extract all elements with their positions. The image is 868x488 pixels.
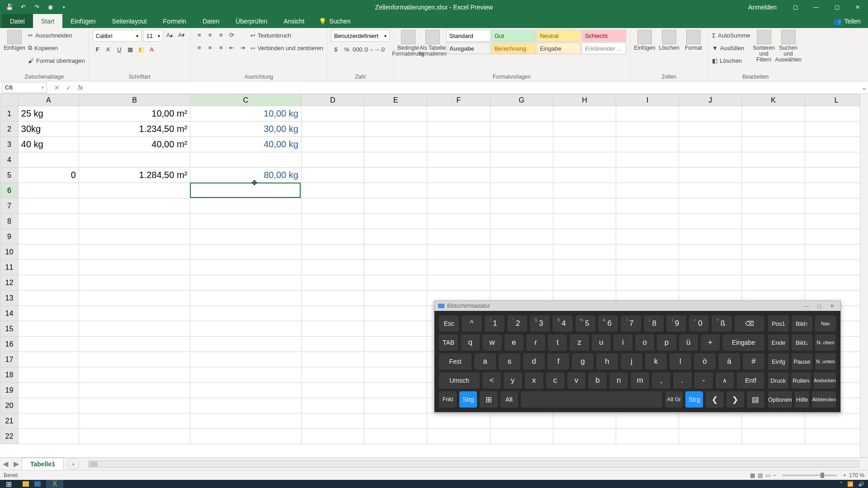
row-header-5[interactable]: 5 — [0, 168, 19, 183]
cell-C8[interactable] — [190, 214, 302, 229]
cell-E3[interactable] — [364, 137, 427, 152]
tab-pagelayout[interactable]: Seitenlayout — [104, 14, 155, 28]
tab-review[interactable]: Überprüfen — [227, 14, 275, 28]
shrink-font-button[interactable]: A▾ — [177, 30, 187, 40]
osk-key-Eingabe[interactable]: Eingabe — [722, 334, 764, 351]
expand-formula-icon[interactable]: ⌄ — [860, 83, 868, 92]
cell-B18[interactable] — [79, 367, 190, 383]
cell-F3[interactable] — [427, 137, 490, 152]
osk-key-u[interactable]: u — [592, 334, 611, 351]
cell-D18[interactable] — [301, 367, 364, 383]
row-header-16[interactable]: 16 — [0, 337, 19, 352]
cell-C15[interactable] — [190, 321, 302, 337]
fx-icon[interactable]: fx — [75, 82, 86, 93]
osk-key-ß[interactable]: ?ß — [712, 315, 731, 332]
cell-A1[interactable]: 25 kg — [18, 106, 79, 122]
cell-D10[interactable] — [301, 244, 364, 260]
undo-icon[interactable]: ↶ — [19, 3, 27, 11]
cell-E22[interactable] — [364, 429, 427, 444]
osk-key-2[interactable]: "2 — [507, 315, 527, 332]
zoom-out-button[interactable]: − — [773, 472, 776, 479]
cell-C19[interactable] — [190, 383, 302, 398]
cell-J10[interactable] — [679, 244, 742, 260]
tab-home[interactable]: Start — [33, 14, 63, 28]
osk-key-x[interactable]: x — [525, 372, 543, 389]
osk-key-d[interactable]: d — [523, 353, 545, 370]
osk-sidekey-Bild↑[interactable]: Bild↑ — [792, 315, 812, 332]
cell-G4[interactable] — [490, 152, 553, 168]
cell-D11[interactable] — [301, 260, 364, 275]
cell-A17[interactable] — [18, 352, 79, 367]
cell-I7[interactable] — [616, 198, 679, 214]
dec-decimal-button[interactable]: →.0 — [374, 44, 384, 54]
osk-key-Entf[interactable]: Entf — [737, 372, 764, 389]
conditional-format-button[interactable]: Bedingte Formatierung — [397, 30, 419, 57]
cell-B11[interactable] — [79, 260, 190, 275]
view-normal-icon[interactable]: ▦ — [750, 472, 755, 479]
autosum-button[interactable]: ΣAutoSumme — [712, 30, 750, 41]
tab-formulas[interactable]: Formeln — [155, 14, 194, 28]
osk-sidekey-Druck[interactable]: Druck — [768, 372, 788, 389]
row-header-11[interactable]: 11 — [0, 260, 19, 275]
cell-J5[interactable] — [679, 168, 742, 183]
osk-key-Esc[interactable]: Esc — [439, 315, 459, 332]
osk-key-e[interactable]: e — [505, 334, 524, 351]
cell-C1[interactable]: 10,00 kg — [190, 106, 302, 122]
cell-K22[interactable] — [742, 429, 805, 444]
cell-E2[interactable] — [364, 122, 427, 137]
cell-K8[interactable] — [742, 214, 805, 229]
cell-E8[interactable] — [364, 214, 427, 229]
osk-key-❯[interactable]: ❯ — [726, 391, 744, 408]
col-header-E[interactable]: E — [364, 94, 427, 106]
cell-H3[interactable] — [553, 137, 616, 152]
cell-D16[interactable] — [301, 337, 364, 352]
row-header-6[interactable]: 6 — [0, 183, 19, 198]
format-as-table-button[interactable]: Als Tabelle formatieren — [422, 30, 443, 57]
cell-A12[interactable] — [18, 275, 79, 291]
cell-C12[interactable] — [190, 275, 302, 291]
osk-key-❮[interactable]: ❮ — [706, 391, 723, 408]
osk-sidekey-Einfg[interactable]: Einfg — [768, 353, 789, 370]
italic-button[interactable]: K — [104, 44, 113, 54]
cell-F4[interactable] — [427, 152, 490, 168]
col-header-I[interactable]: I — [616, 94, 679, 106]
cell-F8[interactable] — [427, 214, 490, 229]
cell-H12[interactable] — [553, 275, 616, 291]
cell-I6[interactable] — [616, 183, 679, 198]
cell-C7[interactable] — [190, 198, 302, 214]
cell-H4[interactable] — [553, 152, 616, 168]
horizontal-scrollbar[interactable] — [88, 460, 859, 468]
underline-button[interactable]: U — [114, 44, 124, 54]
cell-A13[interactable] — [18, 291, 79, 306]
merge-center-button[interactable]: ⇿Verbinden und zentrieren — [250, 42, 323, 53]
cell-H11[interactable] — [553, 260, 616, 275]
cell-D12[interactable] — [301, 275, 364, 291]
cell-L3[interactable] — [805, 137, 868, 152]
cell-J11[interactable] — [679, 260, 742, 275]
cell-G5[interactable] — [490, 168, 553, 183]
cancel-formula-icon[interactable]: ✕ — [52, 82, 62, 93]
paste-button[interactable]: Einfügen — [4, 30, 25, 51]
cell-H9[interactable] — [553, 229, 616, 244]
cell-I12[interactable] — [616, 275, 679, 291]
osk-sidekey-N. oben[interactable]: N. oben — [815, 334, 836, 351]
cell-A4[interactable] — [18, 152, 79, 168]
cell-G11[interactable] — [490, 260, 553, 275]
cell-K11[interactable] — [742, 260, 805, 275]
col-header-B[interactable]: B — [79, 94, 190, 106]
cell-G22[interactable] — [490, 429, 553, 444]
cell-E12[interactable] — [364, 275, 427, 291]
style-berechnung[interactable]: Berechnung — [491, 42, 536, 54]
fill-button[interactable]: ▼Ausfüllen — [712, 42, 750, 53]
osk-key-m[interactable]: m — [631, 372, 649, 389]
insert-cells-button[interactable]: Einfügen — [634, 30, 656, 51]
indent-inc-button[interactable]: ⇥ — [238, 42, 248, 52]
col-header-G[interactable]: G — [490, 94, 553, 106]
osk-key-5[interactable]: %5 — [576, 315, 595, 332]
cell-G1[interactable] — [490, 106, 553, 122]
cell-J1[interactable] — [679, 106, 742, 122]
cell-D8[interactable] — [301, 214, 364, 229]
row-header-3[interactable]: 3 — [0, 137, 19, 152]
osk-key-.[interactable]: . — [673, 372, 692, 389]
style-standard[interactable]: Standard — [446, 30, 491, 42]
